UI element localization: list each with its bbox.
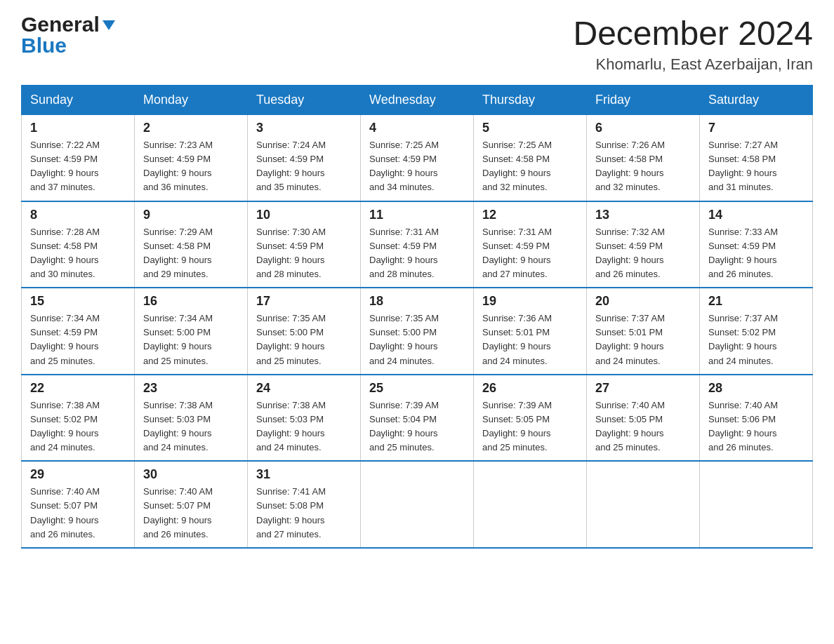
day-info: Sunrise: 7:34 AMSunset: 5:00 PMDaylight:…: [143, 311, 239, 368]
day-number: 22: [30, 381, 126, 396]
logo-arrow-icon: [101, 18, 117, 33]
day-info: Sunrise: 7:27 AMSunset: 4:58 PMDaylight:…: [708, 138, 804, 195]
calendar-cell: 19Sunrise: 7:36 AMSunset: 5:01 PMDayligh…: [474, 288, 587, 375]
calendar-cell: 31Sunrise: 7:41 AMSunset: 5:08 PMDayligh…: [248, 461, 361, 548]
day-info: Sunrise: 7:36 AMSunset: 5:01 PMDaylight:…: [482, 311, 578, 368]
day-info: Sunrise: 7:29 AMSunset: 4:58 PMDaylight:…: [143, 225, 239, 282]
day-number: 17: [256, 294, 352, 309]
calendar-header-row: SundayMondayTuesdayWednesdayThursdayFrid…: [22, 86, 813, 115]
day-number: 12: [482, 208, 578, 222]
day-header-monday: Monday: [135, 86, 248, 115]
calendar-cell: 9Sunrise: 7:29 AMSunset: 4:58 PMDaylight…: [135, 201, 248, 288]
day-info: Sunrise: 7:25 AMSunset: 4:59 PMDaylight:…: [369, 138, 465, 195]
calendar-cell: 29Sunrise: 7:40 AMSunset: 5:07 PMDayligh…: [22, 461, 135, 548]
day-header-tuesday: Tuesday: [248, 86, 361, 115]
day-info: Sunrise: 7:37 AMSunset: 5:01 PMDaylight:…: [595, 311, 691, 368]
day-header-friday: Friday: [587, 86, 700, 115]
day-info: Sunrise: 7:24 AMSunset: 4:59 PMDaylight:…: [256, 138, 352, 195]
calendar-cell: 14Sunrise: 7:33 AMSunset: 4:59 PMDayligh…: [700, 201, 813, 288]
calendar-cell: 10Sunrise: 7:30 AMSunset: 4:59 PMDayligh…: [248, 201, 361, 288]
day-number: 27: [595, 381, 691, 396]
day-header-saturday: Saturday: [700, 86, 813, 115]
day-number: 29: [30, 467, 126, 482]
day-number: 25: [369, 381, 465, 396]
calendar-week-row: 1Sunrise: 7:22 AMSunset: 4:59 PMDaylight…: [22, 115, 813, 201]
day-number: 3: [256, 121, 352, 135]
day-number: 5: [482, 121, 578, 135]
day-info: Sunrise: 7:40 AMSunset: 5:07 PMDaylight:…: [143, 485, 239, 542]
day-number: 21: [708, 294, 804, 309]
calendar-cell: 3Sunrise: 7:24 AMSunset: 4:59 PMDaylight…: [248, 115, 361, 201]
day-number: 9: [143, 208, 239, 222]
calendar-cell: 11Sunrise: 7:31 AMSunset: 4:59 PMDayligh…: [361, 201, 474, 288]
day-info: Sunrise: 7:31 AMSunset: 4:59 PMDaylight:…: [369, 225, 465, 282]
calendar-cell: 20Sunrise: 7:37 AMSunset: 5:01 PMDayligh…: [587, 288, 700, 375]
day-number: 24: [256, 381, 352, 396]
calendar-cell: [700, 461, 813, 548]
calendar-cell: 28Sunrise: 7:40 AMSunset: 5:06 PMDayligh…: [700, 375, 813, 462]
day-number: 28: [708, 381, 804, 396]
day-number: 11: [369, 208, 465, 222]
calendar-title-area: December 2024 Khomarlu, East Azerbaijan,…: [573, 14, 813, 74]
calendar-cell: 30Sunrise: 7:40 AMSunset: 5:07 PMDayligh…: [135, 461, 248, 548]
calendar-cell: 7Sunrise: 7:27 AMSunset: 4:58 PMDaylight…: [700, 115, 813, 201]
day-info: Sunrise: 7:40 AMSunset: 5:05 PMDaylight:…: [595, 398, 691, 455]
calendar-table: SundayMondayTuesdayWednesdayThursdayFrid…: [21, 85, 813, 549]
day-info: Sunrise: 7:30 AMSunset: 4:59 PMDaylight:…: [256, 225, 352, 282]
day-number: 31: [256, 467, 352, 482]
calendar-cell: 1Sunrise: 7:22 AMSunset: 4:59 PMDaylight…: [22, 115, 135, 201]
day-info: Sunrise: 7:38 AMSunset: 5:03 PMDaylight:…: [143, 398, 239, 455]
calendar-cell: 15Sunrise: 7:34 AMSunset: 4:59 PMDayligh…: [22, 288, 135, 375]
day-info: Sunrise: 7:33 AMSunset: 4:59 PMDaylight:…: [708, 225, 804, 282]
day-number: 1: [30, 121, 126, 135]
day-info: Sunrise: 7:40 AMSunset: 5:07 PMDaylight:…: [30, 485, 126, 542]
day-info: Sunrise: 7:38 AMSunset: 5:02 PMDaylight:…: [30, 398, 126, 455]
day-info: Sunrise: 7:22 AMSunset: 4:59 PMDaylight:…: [30, 138, 126, 195]
calendar-cell: 24Sunrise: 7:38 AMSunset: 5:03 PMDayligh…: [248, 375, 361, 462]
day-number: 7: [708, 121, 804, 135]
day-info: Sunrise: 7:38 AMSunset: 5:03 PMDaylight:…: [256, 398, 352, 455]
calendar-week-row: 29Sunrise: 7:40 AMSunset: 5:07 PMDayligh…: [22, 461, 813, 548]
calendar-cell: 25Sunrise: 7:39 AMSunset: 5:04 PMDayligh…: [361, 375, 474, 462]
day-number: 26: [482, 381, 578, 396]
logo-blue-text: Blue: [21, 34, 67, 57]
location-title: Khomarlu, East Azerbaijan, Iran: [573, 55, 813, 74]
day-info: Sunrise: 7:32 AMSunset: 4:59 PMDaylight:…: [595, 225, 691, 282]
calendar-cell: 12Sunrise: 7:31 AMSunset: 4:59 PMDayligh…: [474, 201, 587, 288]
day-info: Sunrise: 7:28 AMSunset: 4:58 PMDaylight:…: [30, 225, 126, 282]
day-number: 6: [595, 121, 691, 135]
calendar-cell: 27Sunrise: 7:40 AMSunset: 5:05 PMDayligh…: [587, 375, 700, 462]
month-title: December 2024: [573, 14, 813, 53]
day-number: 10: [256, 208, 352, 222]
day-number: 19: [482, 294, 578, 309]
calendar-cell: 6Sunrise: 7:26 AMSunset: 4:58 PMDaylight…: [587, 115, 700, 201]
calendar-cell: 16Sunrise: 7:34 AMSunset: 5:00 PMDayligh…: [135, 288, 248, 375]
day-info: Sunrise: 7:31 AMSunset: 4:59 PMDaylight:…: [482, 225, 578, 282]
day-number: 18: [369, 294, 465, 309]
calendar-cell: 18Sunrise: 7:35 AMSunset: 5:00 PMDayligh…: [361, 288, 474, 375]
calendar-cell: 22Sunrise: 7:38 AMSunset: 5:02 PMDayligh…: [22, 375, 135, 462]
calendar-week-row: 15Sunrise: 7:34 AMSunset: 4:59 PMDayligh…: [22, 288, 813, 375]
calendar-week-row: 8Sunrise: 7:28 AMSunset: 4:58 PMDaylight…: [22, 201, 813, 288]
calendar-cell: 17Sunrise: 7:35 AMSunset: 5:00 PMDayligh…: [248, 288, 361, 375]
day-number: 20: [595, 294, 691, 309]
day-number: 4: [369, 121, 465, 135]
day-info: Sunrise: 7:39 AMSunset: 5:04 PMDaylight:…: [369, 398, 465, 455]
calendar-cell: [587, 461, 700, 548]
day-info: Sunrise: 7:37 AMSunset: 5:02 PMDaylight:…: [708, 311, 804, 368]
day-number: 14: [708, 208, 804, 222]
calendar-cell: 8Sunrise: 7:28 AMSunset: 4:58 PMDaylight…: [22, 201, 135, 288]
day-number: 15: [30, 294, 126, 309]
day-header-thursday: Thursday: [474, 86, 587, 115]
calendar-week-row: 22Sunrise: 7:38 AMSunset: 5:02 PMDayligh…: [22, 375, 813, 462]
calendar-cell: 26Sunrise: 7:39 AMSunset: 5:05 PMDayligh…: [474, 375, 587, 462]
logo-general-text: General: [21, 14, 100, 35]
day-header-sunday: Sunday: [22, 86, 135, 115]
page-header: General Blue December 2024 Khomarlu, Eas…: [21, 14, 813, 74]
day-info: Sunrise: 7:40 AMSunset: 5:06 PMDaylight:…: [708, 398, 804, 455]
calendar-cell: 13Sunrise: 7:32 AMSunset: 4:59 PMDayligh…: [587, 201, 700, 288]
calendar-cell: 23Sunrise: 7:38 AMSunset: 5:03 PMDayligh…: [135, 375, 248, 462]
calendar-cell: 21Sunrise: 7:37 AMSunset: 5:02 PMDayligh…: [700, 288, 813, 375]
day-header-wednesday: Wednesday: [361, 86, 474, 115]
day-info: Sunrise: 7:34 AMSunset: 4:59 PMDaylight:…: [30, 311, 126, 368]
